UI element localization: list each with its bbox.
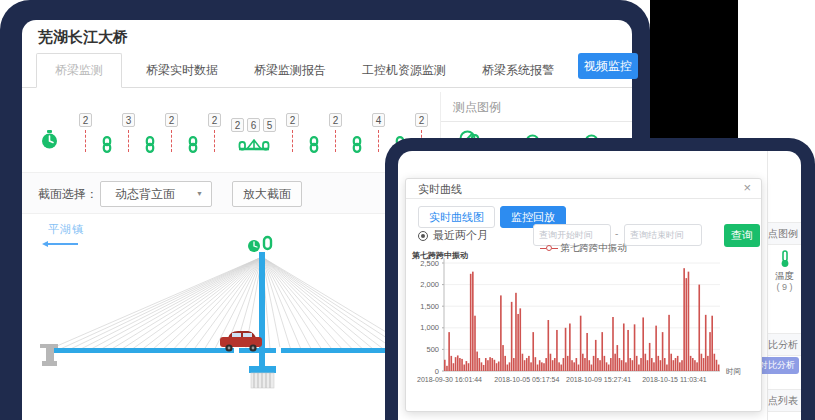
video-monitor-button[interactable]: 视频监控 <box>578 53 638 79</box>
sensor-marker[interactable]: 3 <box>122 113 135 152</box>
thermometer-icon <box>768 250 801 272</box>
svg-text:2018-10-09 15:27:41: 2018-10-09 15:27:41 <box>566 376 631 383</box>
legend-panel-title: 测点图例 <box>441 92 632 122</box>
sidebar-legend-header: 测点图例 <box>768 222 801 245</box>
background-strip <box>650 0 738 145</box>
svg-text:1,000: 1,000 <box>420 323 439 332</box>
tab-工控机资源监测[interactable]: 工控机资源监测 <box>362 54 446 87</box>
tower-link-icon <box>264 237 271 249</box>
recent-two-months-radio[interactable]: 最近两个月 <box>418 228 488 243</box>
link-icon[interactable] <box>144 136 156 153</box>
dialog-title: 实时曲线 <box>418 182 462 197</box>
sensor-marker[interactable]: 2 <box>79 113 92 152</box>
link-icon[interactable] <box>101 136 113 153</box>
sensor-marker[interactable]: 4 <box>372 113 385 152</box>
link-icon[interactable] <box>308 136 320 153</box>
page-title: 芜湖长江大桥 <box>38 28 128 47</box>
radio-dot-icon <box>418 231 428 241</box>
section-select-value: 动态背立面 <box>115 187 175 201</box>
section-select-dropdown[interactable]: 动态背立面 ▼ <box>100 181 212 207</box>
sensor-marker[interactable]: 2 <box>208 113 221 152</box>
screen: 芜湖长江大桥 桥梁监测桥梁实时数据桥梁监测报告工控机资源监测桥梁系统报警 视频监… <box>0 0 815 420</box>
sensor-marker[interactable]: 2 <box>329 113 342 152</box>
chevron-down-icon: ▼ <box>196 182 203 206</box>
svg-text:2018-10-15 11:03:41: 2018-10-15 11:03:41 <box>642 376 707 383</box>
main-tabs: 桥梁监测桥梁实时数据桥梁监测报告工控机资源监测桥梁系统报警 <box>22 58 632 88</box>
sidebar-list-header: 监测点列表 <box>768 389 801 412</box>
tab-桥梁监测[interactable]: 桥梁监测 <box>36 53 122 88</box>
link-icon[interactable] <box>351 136 363 153</box>
range-separator: - <box>615 228 618 239</box>
section-select-label: 截面选择： <box>38 186 98 203</box>
svg-text:2018-10-05 05:17:54: 2018-10-05 05:17:54 <box>494 376 559 383</box>
close-icon[interactable]: × <box>743 180 751 195</box>
overlay-window: 测点图例 温度 ( 9 ) 对比分析 对比分析 监测点列表 实时曲线 × 实时曲… <box>385 138 815 420</box>
abutment <box>40 344 58 366</box>
temperature-count: ( 9 ) <box>768 282 801 292</box>
vibration-chart: 05001,0001,5002,0002,5002018-09-30 16:01… <box>408 249 760 403</box>
bridge-diagram <box>22 230 422 410</box>
svg-text:0: 0 <box>435 367 439 376</box>
link-icon[interactable] <box>187 136 199 153</box>
bridge-icon[interactable]: 265 <box>231 118 276 152</box>
sensor-marker[interactable]: 2 <box>286 113 299 152</box>
sidebar-compare-header: 对比分析 <box>768 333 801 356</box>
tab-桥梁实时数据[interactable]: 桥梁实时数据 <box>146 54 218 87</box>
svg-text:2018-09-30 16:01:44: 2018-09-30 16:01:44 <box>417 376 482 383</box>
radio-label: 最近两个月 <box>433 228 488 243</box>
timer-icon[interactable] <box>41 130 58 150</box>
dialog-header: 实时曲线 × <box>406 179 761 199</box>
right-sidebar: 测点图例 温度 ( 9 ) 对比分析 对比分析 监测点列表 <box>767 151 801 420</box>
svg-text:500: 500 <box>426 345 439 354</box>
svg-text:1,500: 1,500 <box>420 302 439 311</box>
svg-text:第七跨跨中振动: 第七跨跨中振动 <box>411 251 468 260</box>
zoom-section-button[interactable]: 放大截面 <box>232 181 302 207</box>
svg-text:2,000: 2,000 <box>420 280 439 289</box>
modal-tab-实时曲线图[interactable]: 实时曲线图 <box>418 206 495 228</box>
overlay-page: 测点图例 温度 ( 9 ) 对比分析 对比分析 监测点列表 实时曲线 × 实时曲… <box>398 151 801 420</box>
realtime-curve-dialog: 实时曲线 × 实时曲线图监控回放 最近两个月 - 查询 第七跨跨中振动 0500… <box>405 178 762 412</box>
sensor-marker[interactable]: 2 <box>165 113 178 152</box>
tab-桥梁监测报告[interactable]: 桥梁监测报告 <box>254 54 326 87</box>
svg-text:时间: 时间 <box>726 367 741 376</box>
tab-桥梁系统报警[interactable]: 桥梁系统报警 <box>482 54 554 87</box>
